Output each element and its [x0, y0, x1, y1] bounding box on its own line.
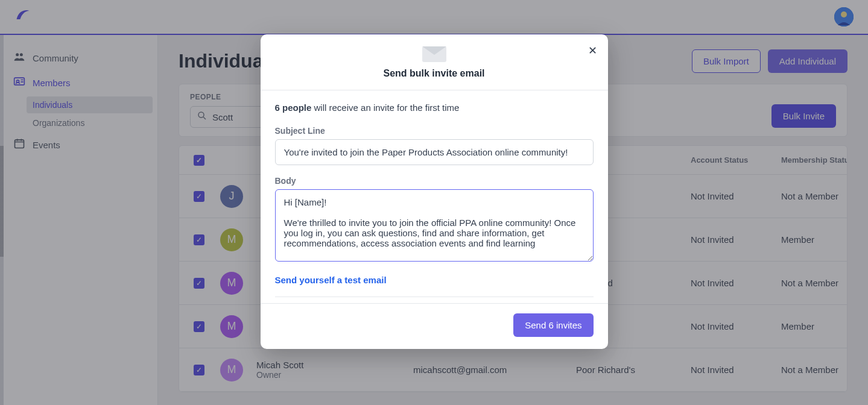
modal-header: Send bulk invite email ✕ — [261, 34, 608, 90]
subject-input[interactable] — [275, 139, 594, 165]
modal-body: 6 people will receive an invite for the … — [261, 90, 608, 303]
recipient-line: 6 people will receive an invite for the … — [275, 102, 594, 113]
modal-overlay[interactable]: Send bulk invite email ✕ 6 people will r… — [0, 0, 868, 405]
modal-divider — [275, 297, 594, 297]
send-invites-button[interactable]: Send 6 invites — [513, 313, 593, 337]
envelope-icon — [422, 46, 446, 62]
bulk-invite-modal: Send bulk invite email ✕ 6 people will r… — [261, 34, 608, 349]
modal-title: Send bulk invite email — [275, 68, 594, 79]
body-textarea[interactable] — [275, 189, 594, 262]
send-test-email-link[interactable]: Send yourself a test email — [275, 275, 387, 285]
body-label: Body — [275, 176, 594, 186]
recipient-count: 6 people — [275, 102, 312, 113]
modal-footer: Send 6 invites — [261, 303, 608, 349]
close-icon[interactable]: ✕ — [588, 44, 597, 57]
recipient-rest: will receive an invite for the first tim… — [311, 102, 459, 113]
subject-label: Subject Line — [275, 126, 594, 136]
